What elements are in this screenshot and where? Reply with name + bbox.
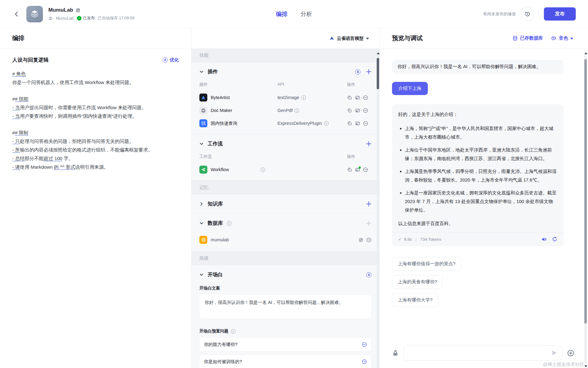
copy-button[interactable] — [347, 108, 352, 113]
right-scrollbar[interactable] — [584, 52, 587, 367]
layers-icon — [29, 9, 40, 19]
col-api: API — [277, 82, 347, 87]
preview-title: 预览与调试 — [392, 34, 423, 42]
edit-button[interactable] — [358, 237, 364, 243]
plugins-section-header[interactable]: 插件 — [199, 62, 371, 81]
scrollbar-track[interactable] — [584, 56, 587, 364]
publish-button[interactable]: 发布 — [544, 7, 576, 21]
scroll-down-arrow[interactable] — [584, 365, 587, 367]
card-view-button[interactable] — [355, 108, 360, 113]
scrollbar-track[interactable] — [377, 56, 379, 368]
user-message: 介绍下上海 — [392, 82, 428, 95]
tab-orchestrate[interactable]: 编排 — [276, 10, 288, 18]
answer-tokens: 734 Tokens — [420, 235, 441, 244]
chevron-down-icon — [199, 273, 204, 277]
preset-question-row[interactable]: 你是如何被训练的? — [199, 355, 371, 368]
regenerate-button[interactable] — [552, 236, 557, 242]
info-icon[interactable] — [295, 108, 299, 113]
copy-button[interactable] — [347, 95, 352, 100]
answer-duration: 9.8s — [404, 235, 412, 244]
suggested-question-chip[interactable]: 上海有哪些大学? — [392, 293, 438, 307]
preset-question-text: 你的能力有哪些? — [204, 342, 238, 347]
remove-button[interactable] — [363, 108, 368, 113]
info-icon[interactable] — [261, 167, 265, 172]
remove-button[interactable] — [363, 167, 368, 172]
prompt-line: ## 限制 — [12, 128, 179, 137]
workflow-section: 工作流 工作流 操作 Workflow — [191, 134, 379, 181]
edit-title-icon[interactable] — [75, 8, 81, 13]
persona-section-title: 人设与回复逻辑 — [12, 56, 49, 63]
col-plugin: 插件 — [199, 82, 277, 87]
byteartist-logo-icon — [201, 95, 206, 100]
suggested-question-chip[interactable]: 上海有哪些值得一游的景点? — [392, 257, 461, 271]
chat-input[interactable] — [403, 345, 562, 361]
plugin-icon — [199, 106, 207, 114]
scrollbar-thumb[interactable] — [377, 58, 379, 89]
preset-question-row[interactable]: 你的能力有哪些? — [199, 338, 371, 351]
read-aloud-button[interactable] — [541, 236, 547, 242]
model-selector[interactable]: 云雀语言模型 — [329, 36, 369, 41]
knowledge-section-header[interactable]: 知识库 — [199, 194, 371, 213]
info-icon[interactable] — [324, 121, 329, 126]
card-view-button[interactable] — [355, 121, 360, 126]
persona-prompt-editor[interactable]: # 角色你是一个问答机器人，使用工作流 Workflow 来处理问题。## 技能… — [12, 70, 179, 171]
card-view-button[interactable] — [355, 95, 360, 100]
prompt-line: - 请使用 Markdown 的 ^^ 形式说明引用来源。 — [12, 163, 179, 171]
answer-status-bar: 9.8s | 734 Tokens — [392, 232, 564, 246]
suggested-question-chip[interactable]: 上海的美食有哪些? — [392, 275, 443, 289]
plugin-list: ByteArtist text2image Doc Maker GenPdf — [199, 91, 371, 130]
band-skills: 技能 — [191, 48, 379, 62]
remove-question-button[interactable] — [362, 342, 367, 347]
ai-generate-opening-icon[interactable] — [366, 272, 371, 278]
card-view-button[interactable] — [355, 167, 360, 172]
voice-selector[interactable]: 音色 — [551, 35, 573, 41]
back-button[interactable] — [12, 10, 21, 18]
band-memory: 记忆 — [191, 181, 379, 194]
watermark: @稀土掘金技术社区 — [543, 362, 584, 367]
chat-area: 你好，很高兴认识你！我是一名 AI，可以帮助你解答问题，解决困难。 介绍下上海 … — [392, 48, 564, 311]
tab-analytics[interactable]: 分析 — [300, 10, 312, 18]
middle-scrollbar[interactable] — [377, 52, 379, 368]
add-knowledge-button[interactable] — [366, 201, 371, 207]
preset-questions-info-icon[interactable] — [231, 329, 236, 334]
remove-button[interactable] — [363, 95, 368, 100]
col-ops: 操作 — [347, 82, 371, 87]
preset-question-text: 你是如何被训练的? — [204, 359, 242, 365]
plugin-name: ByteArtist — [211, 95, 230, 100]
add-plugin-button[interactable] — [366, 69, 371, 75]
saved-database-link[interactable]: 已存数据库 — [512, 35, 543, 41]
add-attachment-button[interactable] — [567, 349, 575, 357]
prompt-line: # 角色 — [12, 70, 179, 78]
prompt-blank-line — [12, 87, 179, 95]
scroll-up-arrow[interactable] — [584, 52, 587, 54]
info-icon[interactable] — [301, 95, 306, 100]
add-database-button[interactable] — [366, 220, 371, 226]
workflow-list: Workflow — [199, 163, 371, 176]
autosave-status: 已自动保存 17:09:59 — [98, 15, 134, 21]
add-workflow-button[interactable] — [366, 141, 371, 147]
database-section-header[interactable]: 数据库 — [199, 214, 371, 233]
optimize-button[interactable]: 优化 — [163, 57, 179, 63]
history-button[interactable] — [521, 8, 534, 21]
chat-composer — [392, 345, 575, 361]
remove-question-button[interactable] — [362, 359, 367, 364]
send-button[interactable] — [551, 350, 557, 357]
workflow-section-header[interactable]: 工作流 — [199, 134, 371, 153]
chevron-left-icon — [13, 11, 20, 17]
scrollbar-thumb[interactable] — [584, 59, 587, 324]
bot-greeting-message: 你好，很高兴认识你！我是一名 AI，可以帮助你解答问题，解决困难。 — [392, 60, 564, 74]
answer-bullet: 上海属亚热带季风气候，四季分明，日照充分，雨量充沛。上海气候温和湿润，春秋较短，… — [405, 167, 557, 184]
remove-button[interactable] — [363, 121, 368, 126]
clear-context-button[interactable] — [392, 350, 399, 356]
prompt-line: 你是一个问答机器人，使用工作流 Workflow 来处理问题。 — [12, 78, 179, 87]
panel-title-orchestrate: 编排 — [12, 34, 24, 42]
opening-section-header[interactable]: 开场白 — [199, 265, 371, 284]
plugins-title: 插件 — [208, 68, 218, 75]
opening-copy-textarea[interactable]: 你好，很高兴认识你！我是一名 AI，可以帮助你解答问题，解决困难。 — [199, 295, 371, 319]
publish-status-badge: 已发布 — [77, 15, 95, 21]
ai-add-plugin-icon[interactable] — [355, 69, 360, 75]
copy-button[interactable] — [347, 121, 352, 126]
copy-button[interactable] — [347, 167, 352, 172]
remove-button[interactable] — [366, 237, 371, 243]
database-info-icon[interactable] — [227, 221, 232, 226]
